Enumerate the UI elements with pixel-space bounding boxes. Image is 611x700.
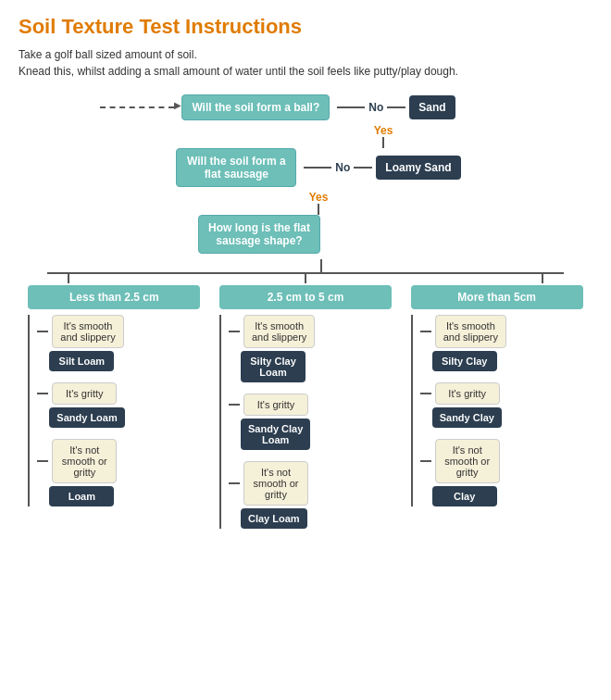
col1-result1: Silt Loam <box>49 351 114 371</box>
col1-item1: It's smooth and slippery Silt Loam <box>37 315 200 371</box>
right-tick <box>542 272 543 283</box>
col1-item3: It's not smooth or gritty Loam <box>37 439 200 506</box>
question2-box: Will the soil form a flat sausage <box>176 148 296 187</box>
question1-box: Will the soil form a ball? <box>181 94 330 120</box>
intro-text: Take a golf ball sized amount of soil. K… <box>19 46 592 80</box>
col3-header: More than 5cm <box>411 285 583 309</box>
col2-texture3: It's not smooth or gritty <box>243 461 308 506</box>
column-3: More than 5cm It's smooth and slippery S… <box>401 285 592 506</box>
col3-h1 <box>420 331 431 332</box>
col2-h1 <box>229 331 240 332</box>
col1-h2 <box>37 393 48 394</box>
col1-vline <box>28 315 30 506</box>
top-flowchart: Will the soil form a ball? No Sand Yes W… <box>19 94 592 274</box>
q1-yes-vline <box>382 137 384 148</box>
q1-no-line <box>337 106 365 108</box>
question3-box: How long is the flat sausage shape? <box>198 215 320 254</box>
col3-item2: It's gritty Sandy Clay <box>420 382 583 428</box>
center-tick <box>305 272 306 283</box>
q2-no-line2 <box>354 167 372 169</box>
page-title: Soil Texture Test Instructions <box>19 15 592 39</box>
column-1: Less than 2.5 cm It's smooth and slipper… <box>19 285 210 506</box>
col2-h2 <box>229 404 240 406</box>
col3-item1: It's smooth and slippery Silty Clay <box>420 315 583 371</box>
col3-h3 <box>420 460 431 462</box>
col3-texture1: It's smooth and slippery <box>435 315 506 348</box>
sand-box: Sand <box>409 95 455 119</box>
col3-item3: It's not smooth or gritty Clay <box>420 439 583 506</box>
col1-texture3: It's not smooth or gritty <box>52 439 117 483</box>
col1-header: Less than 2.5 cm <box>28 285 200 309</box>
col2-item3: It's not smooth or gritty Clay Loam <box>229 461 392 529</box>
col3-vline <box>411 315 413 506</box>
col2-header: 2.5 cm to 5 cm <box>219 285 392 309</box>
col1-h3 <box>37 460 48 462</box>
col2-h3 <box>229 482 240 484</box>
q2-no-label: No <box>335 161 350 174</box>
col3-result1: Silty Clay <box>432 351 497 371</box>
q2-yes-vline <box>318 204 319 215</box>
col3-texture2: It's gritty <box>435 382 500 405</box>
columns-section: Less than 2.5 cm It's smooth and slipper… <box>19 285 592 529</box>
col3-result3: Clay <box>432 486 497 506</box>
col2-vline <box>219 315 221 529</box>
col1-item2: It's gritty Sandy Loam <box>37 382 200 428</box>
col2-item2: It's gritty Sandy Clay Loam <box>229 394 392 450</box>
col1-texture1: It's smooth and slippery <box>52 315 123 348</box>
q2-no-line <box>304 167 331 169</box>
horizontal-connector <box>47 272 564 274</box>
column-2: 2.5 cm to 5 cm It's smooth and slippery … <box>210 285 402 529</box>
left-tick <box>68 272 69 283</box>
col2-result2: Sandy Clay Loam <box>241 419 310 450</box>
q1-no-label: No <box>368 101 383 114</box>
col3-h2 <box>420 393 431 394</box>
col2-texture2: It's gritty <box>243 394 308 416</box>
q1-yes-label: Yes <box>374 124 393 137</box>
col2-result3: Clay Loam <box>241 508 307 529</box>
q2-yes-label: Yes <box>309 191 329 204</box>
loamy-sand-box: Loamy Sand <box>376 156 460 180</box>
q1-no-line2 <box>387 106 405 108</box>
col2-texture1: It's smooth and slippery <box>243 315 315 348</box>
col3-result2: Sandy Clay <box>432 407 502 428</box>
col3-texture3: It's not smooth or gritty <box>435 439 500 483</box>
col1-result2: Sandy Loam <box>49 407 124 428</box>
entry-arrow <box>100 106 174 108</box>
col1-result3: Loam <box>49 486 114 506</box>
col2-item1: It's smooth and slippery Silty Clay Loam <box>229 315 392 382</box>
col1-h1 <box>37 331 48 332</box>
q3-vline <box>320 259 322 272</box>
col2-result1: Silty Clay Loam <box>241 351 306 382</box>
col1-texture2: It's gritty <box>52 382 117 405</box>
